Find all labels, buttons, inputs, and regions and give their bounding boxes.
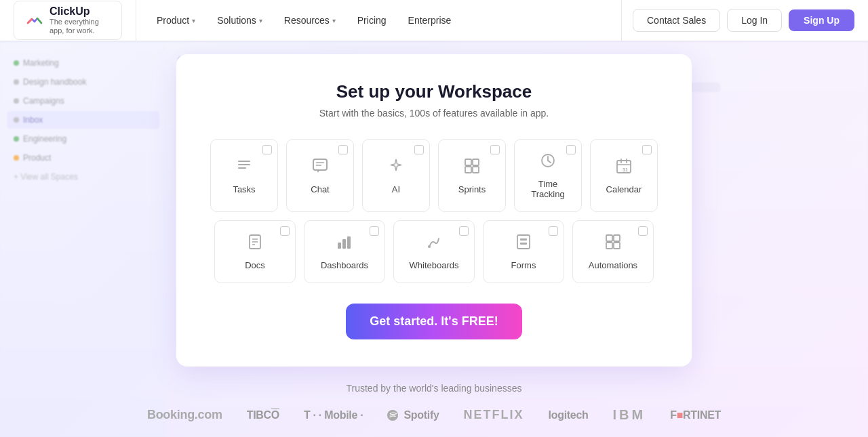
nav-item-pricing[interactable]: Pricing xyxy=(348,11,396,30)
svg-rect-0 xyxy=(238,161,250,162)
ai-icon xyxy=(387,157,405,179)
brand-netflix: NETFLIX xyxy=(464,408,524,422)
svg-point-25 xyxy=(428,245,431,248)
brand-fortinet: F■RTINET xyxy=(670,409,721,421)
trusted-section: Trusted by the world's leading businesse… xyxy=(147,383,721,423)
whiteboards-label: Whiteboards xyxy=(410,260,459,270)
features-bottom-row: Docs Dashboards Whiteboards xyxy=(210,220,658,283)
nav-item-resources[interactable]: Resources ▾ xyxy=(275,11,345,30)
modal-title: Set up your Workspace xyxy=(210,81,658,102)
brand-tmobile: T · · Mobile · xyxy=(304,409,363,421)
modal-subtitle: Start with the basics, 100s of features … xyxy=(210,108,658,119)
brand-ibm: IBM xyxy=(613,407,646,423)
forms-checkbox[interactable] xyxy=(549,226,558,236)
navbar: ClickUp The everything app, for work. Pr… xyxy=(0,0,868,41)
feature-chat[interactable]: Chat xyxy=(286,139,354,212)
svg-rect-9 xyxy=(473,167,479,173)
dashboards-label: Dashboards xyxy=(321,260,368,270)
brand-spotify: Spotify xyxy=(387,409,439,421)
svg-rect-26 xyxy=(517,235,530,249)
calendar-checkbox[interactable] xyxy=(642,145,652,154)
feature-calendar[interactable]: 31 Calendar xyxy=(590,139,658,212)
nav-actions: Contact Sales Log In Sign Up xyxy=(633,9,854,32)
feature-dashboards[interactable]: Dashboards xyxy=(304,220,385,283)
automations-checkbox[interactable] xyxy=(638,226,648,236)
nav-links: Product ▾ Solutions ▾ Resources ▾ Pricin… xyxy=(136,0,622,41)
brand-booking: Booking.com xyxy=(147,408,222,422)
svg-rect-31 xyxy=(606,243,612,249)
feature-docs[interactable]: Docs xyxy=(214,220,296,283)
feature-automations[interactable]: Automations xyxy=(572,220,654,283)
get-started-button[interactable]: Get started. It's FREE! xyxy=(346,304,522,339)
whiteboards-icon xyxy=(425,233,443,255)
modal-overlay: Set up your Workspace Start with the bas… xyxy=(0,41,868,437)
svg-point-33 xyxy=(387,410,398,421)
feature-tasks[interactable]: Tasks xyxy=(210,139,278,212)
time-tracking-label: Time Tracking xyxy=(524,179,572,199)
tasks-checkbox[interactable] xyxy=(262,145,272,154)
feature-forms[interactable]: Forms xyxy=(483,220,564,283)
whiteboards-checkbox[interactable] xyxy=(459,226,469,236)
time-tracking-icon xyxy=(539,152,557,173)
feature-ai[interactable]: AI xyxy=(362,139,430,212)
svg-rect-7 xyxy=(473,159,479,165)
nav-item-product[interactable]: Product ▾ xyxy=(147,11,205,30)
brand-logitech: logitech xyxy=(549,409,589,421)
login-button[interactable]: Log In xyxy=(727,9,782,32)
ai-label: AI xyxy=(392,184,400,194)
svg-rect-29 xyxy=(606,235,612,241)
signup-button[interactable]: Sign Up xyxy=(789,9,854,31)
logo-area[interactable]: ClickUp The everything app, for work. xyxy=(14,1,122,40)
forms-label: Forms xyxy=(511,260,536,270)
ai-checkbox[interactable] xyxy=(414,145,424,154)
forms-icon xyxy=(515,233,532,255)
brand-tibco: TIBCO xyxy=(247,409,279,421)
chevron-down-icon: ▾ xyxy=(332,17,336,24)
nav-item-enterprise[interactable]: Enterprise xyxy=(399,11,461,30)
svg-line-12 xyxy=(548,161,551,163)
svg-text:31: 31 xyxy=(623,167,628,172)
sprints-checkbox[interactable] xyxy=(490,145,500,154)
docs-icon xyxy=(246,233,264,255)
svg-rect-23 xyxy=(342,239,346,249)
dashboards-checkbox[interactable] xyxy=(370,226,379,236)
brand-logos-row: Booking.com TIBCO T · · Mobile · Spotify… xyxy=(147,407,721,423)
automations-label: Automations xyxy=(589,260,637,270)
contact-sales-button[interactable]: Contact Sales xyxy=(633,9,720,32)
svg-rect-32 xyxy=(614,243,620,249)
tasks-icon xyxy=(235,157,253,179)
logo-tagline: The everything app, for work. xyxy=(50,18,111,35)
feature-sprints[interactable]: Sprints xyxy=(438,139,506,212)
feature-time-tracking[interactable]: Time Tracking xyxy=(514,139,582,212)
clickup-logo-icon xyxy=(25,11,44,30)
chevron-down-icon: ▾ xyxy=(192,17,195,24)
chat-checkbox[interactable] xyxy=(338,145,348,154)
sprints-label: Sprints xyxy=(458,184,486,194)
docs-checkbox[interactable] xyxy=(280,226,290,236)
automations-icon xyxy=(604,233,622,255)
tasks-label: Tasks xyxy=(233,184,255,194)
svg-rect-6 xyxy=(465,159,471,165)
time-tracking-checkbox[interactable] xyxy=(566,145,576,154)
svg-rect-8 xyxy=(465,167,471,173)
features-top-row: Tasks Chat AI Sprint xyxy=(210,139,658,212)
chevron-down-icon: ▾ xyxy=(259,17,262,24)
logo-text: ClickUp xyxy=(50,5,111,18)
calendar-icon: 31 xyxy=(615,157,633,179)
docs-label: Docs xyxy=(245,260,265,270)
svg-rect-1 xyxy=(238,164,250,165)
calendar-label: Calendar xyxy=(606,184,642,194)
svg-rect-28 xyxy=(520,243,527,245)
svg-rect-27 xyxy=(520,238,527,241)
dashboards-icon xyxy=(336,233,353,255)
sprints-icon xyxy=(463,157,481,179)
svg-rect-30 xyxy=(614,235,620,241)
chat-icon xyxy=(311,157,329,179)
svg-rect-2 xyxy=(238,167,246,169)
svg-rect-24 xyxy=(347,236,351,249)
nav-item-solutions[interactable]: Solutions ▾ xyxy=(208,11,272,30)
feature-whiteboards[interactable]: Whiteboards xyxy=(393,220,475,283)
svg-rect-22 xyxy=(338,243,341,249)
chat-label: Chat xyxy=(311,184,329,194)
svg-rect-3 xyxy=(313,159,327,170)
